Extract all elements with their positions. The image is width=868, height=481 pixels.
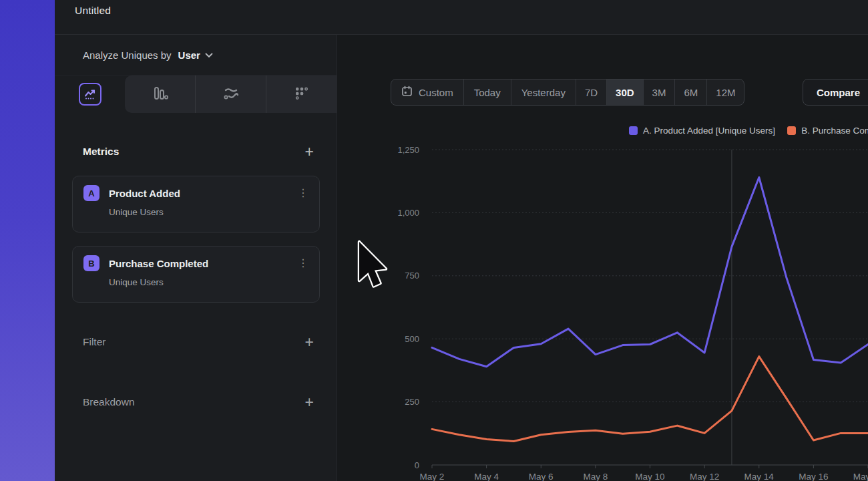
metric-title: Purchase Completed [109,258,208,269]
compare-button[interactable]: Compare [803,79,868,106]
svg-text:May 14: May 14 [744,472,775,481]
svg-text:May 18: May 18 [853,472,868,481]
svg-text:May 12: May 12 [690,472,719,481]
svg-text:May 8: May 8 [583,472,608,481]
tab-flows[interactable] [195,75,266,113]
svg-text:1,000: 1,000 [397,208,419,218]
breakdown-header-label: Breakdown [83,396,135,408]
bar-chart-icon [152,85,169,104]
range-3m[interactable]: 3M [643,79,675,105]
chart-panel: Custom Today Yesterday 7D 30D 3M 6M 12M … [337,35,868,481]
svg-text:May 2: May 2 [420,472,445,481]
svg-text:May 10: May 10 [635,472,664,481]
range-custom[interactable]: Custom [391,79,463,105]
chevron-down-icon [205,50,213,60]
report-title[interactable]: Untitled [75,5,111,17]
analyze-label: Analyze Uniques by [83,49,172,61]
metric-title: Product Added [109,188,180,199]
range-today[interactable]: Today [463,79,511,105]
add-breakdown-button[interactable]: + [305,395,314,410]
metrics-header-label: Metrics [83,146,119,158]
filter-section-header: Filter + [83,333,314,351]
svg-text:May 4: May 4 [474,472,499,481]
date-range-segmented-control: Custom Today Yesterday 7D 30D 3M 6M 12M [391,79,744,106]
svg-text:1,250: 1,250 [397,145,419,155]
top-bar: Untitled [55,0,868,35]
tab-insights-line-chart[interactable] [55,75,125,113]
analyze-by-value: User [178,49,200,61]
metric-subtitle[interactable]: Unique Users [109,207,308,217]
line-chart[interactable]: 02505007501,0001,250May 2May 4May 6May 8… [337,114,868,481]
query-sidebar: Analyze Uniques by User [55,35,337,481]
metric-badge-b: B [83,255,99,271]
accent-rail [0,0,55,481]
metric-card-b[interactable]: B Purchase Completed ⋮ Unique Users [72,246,320,303]
tab-bar-chart[interactable] [125,75,195,113]
flows-icon [222,85,240,104]
range-30d[interactable]: 30D [606,79,643,105]
tab-retention-grid[interactable] [266,75,337,113]
svg-text:0: 0 [415,460,419,470]
retention-grid-icon [293,85,310,104]
range-label: Custom [419,87,453,98]
svg-text:250: 250 [405,397,419,407]
svg-text:May 6: May 6 [529,472,554,481]
svg-text:500: 500 [405,334,419,344]
add-metric-button[interactable]: + [305,144,314,160]
range-yesterday[interactable]: Yesterday [511,79,576,105]
calendar-icon [401,86,413,99]
analyze-by-dropdown[interactable]: User [178,49,213,61]
metric-badge-a: A [83,185,99,201]
chart-type-tabs-unselected [125,75,337,113]
chart-type-tabstrip [55,75,337,113]
range-12m[interactable]: 12M [706,79,744,105]
svg-text:May 16: May 16 [799,472,828,481]
metric-card-a[interactable]: A Product Added ⋮ Unique Users [72,176,320,232]
breakdown-section-header: Breakdown + [83,393,314,411]
add-filter-button[interactable]: + [305,335,314,350]
metrics-section-header: Metrics + [83,143,314,160]
metric-subtitle[interactable]: Unique Users [109,277,308,287]
range-6m[interactable]: 6M [674,79,706,105]
kebab-menu-icon[interactable]: ⋮ [298,258,308,269]
filter-header-label: Filter [83,336,105,348]
range-7d[interactable]: 7D [576,79,606,105]
analyze-row: Analyze Uniques by User [55,35,337,75]
kebab-menu-icon[interactable]: ⋮ [298,188,308,198]
line-chart-icon [79,83,101,106]
svg-text:750: 750 [405,271,419,281]
